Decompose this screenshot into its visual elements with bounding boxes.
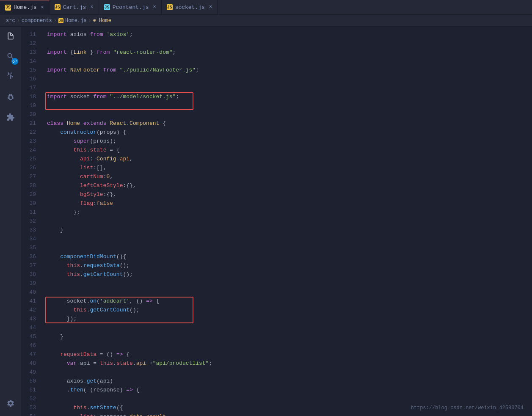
file-icon: JS — [58, 18, 63, 23]
breadcrumb-class: ⊕ Home — [93, 17, 111, 24]
breadcrumb-sep2: › — [54, 18, 57, 24]
tab-home-js[interactable]: JS Home.js × — [0, 0, 50, 15]
breadcrumb-filename: Home.js — [65, 18, 86, 24]
sidebar: 67 — [0, 27, 21, 416]
tab-close-icon[interactable]: × — [41, 5, 44, 11]
breadcrumb: src › components › JS Home.js › ⊕ Home — [0, 15, 532, 27]
sidebar-icon-files[interactable] — [5, 30, 17, 42]
line-numbers: 1112131415161718192021222324252627282930… — [21, 27, 40, 416]
breadcrumb-sep: › — [17, 18, 20, 24]
tab-close-icon[interactable]: × — [209, 4, 212, 10]
tab-socket-js[interactable]: JS socket.js × — [162, 0, 218, 15]
sidebar-icon-extensions[interactable] — [5, 111, 17, 123]
sidebar-icon-debug[interactable] — [5, 91, 17, 103]
breadcrumb-sep3: › — [88, 18, 91, 24]
tab-bar: JS Home.js × JS Cart.js × JS Pcontent.js… — [0, 0, 532, 15]
js-icon: JS — [5, 5, 11, 11]
code-editor[interactable]: import axios from 'axios';import {Link }… — [40, 27, 532, 416]
tab-close-icon[interactable]: × — [90, 4, 93, 10]
editor-container: 67 1112131415161718192021222324252627282… — [0, 27, 532, 416]
tab-label: Pcontent.js — [113, 4, 149, 11]
tab-pcontent-js[interactable]: JS Pcontent.js × — [99, 0, 162, 15]
js-icon: JS — [55, 4, 61, 10]
tab-cart-js[interactable]: JS Cart.js × — [50, 0, 99, 15]
js-icon: JS — [167, 4, 173, 10]
watermark: https://blog.csdn.net/weixin_42580704 — [411, 405, 524, 411]
notification-badge: 67 — [11, 58, 18, 65]
breadcrumb-src: src — [6, 18, 15, 24]
tab-close-icon[interactable]: × — [153, 4, 156, 10]
sidebar-icon-settings[interactable] — [5, 397, 17, 409]
tab-label: Home.js — [14, 4, 37, 11]
tab-label: Cart.js — [63, 4, 86, 11]
sidebar-icon-git[interactable] — [5, 71, 17, 83]
tab-label: socket.js — [175, 4, 205, 11]
jsx-icon: JS — [104, 4, 110, 10]
breadcrumb-components: components — [22, 18, 52, 24]
